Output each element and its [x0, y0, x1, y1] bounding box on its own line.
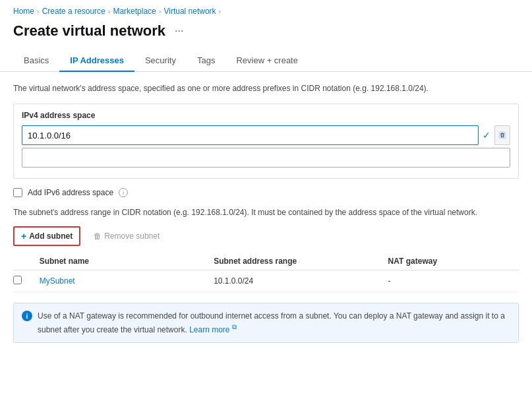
tab-security[interactable]: Security	[134, 50, 187, 72]
add-subnet-button[interactable]: + Add subnet	[13, 226, 80, 246]
breadcrumb-sep-2: ›	[108, 7, 111, 15]
subnet-name-link[interactable]: MySubnet	[40, 276, 75, 286]
learn-more-label: Learn more	[189, 325, 229, 334]
subnet-range-cell: 10.1.0.0/24	[214, 270, 388, 292]
subnet-row-checkbox[interactable]	[13, 276, 22, 284]
subnet-description: The subnet's address range in CIDR notat…	[13, 206, 519, 218]
tab-ip-addresses[interactable]: IP Addresses	[59, 50, 134, 72]
ipv6-checkbox-label[interactable]: Add IPv6 address space	[28, 188, 113, 197]
ipv4-section-label: IPv4 address space	[22, 111, 510, 120]
remove-subnet-button[interactable]: 🗑 Remove subnet	[87, 228, 166, 244]
subnet-actions: + Add subnet 🗑 Remove subnet	[13, 226, 519, 246]
ipv4-block: IPv4 address space ✓	[13, 104, 519, 179]
tab-review-create[interactable]: Review + create	[225, 50, 309, 72]
external-link-icon: ⧉	[232, 323, 237, 330]
tab-tags[interactable]: Tags	[187, 50, 225, 72]
content-area: The virtual network's address space, spe…	[0, 82, 532, 343]
col-header-checkbox	[13, 253, 40, 270]
ipv6-checkbox[interactable]	[13, 188, 22, 197]
info-banner-text-content: Use of a NAT gateway is recommended for …	[38, 311, 505, 334]
info-banner-icon: i	[22, 311, 32, 321]
breadcrumb-virtual-network[interactable]: Virtual network	[163, 7, 216, 16]
info-banner-learn-more-link[interactable]: Learn more ⧉	[189, 325, 237, 334]
subnet-table-header-row: Subnet name Subnet address range NAT gat…	[13, 253, 519, 270]
breadcrumb-sep-1: ›	[37, 7, 40, 15]
subnet-table: Subnet name Subnet address range NAT gat…	[13, 253, 519, 292]
breadcrumb-marketplace[interactable]: Marketplace	[113, 7, 156, 16]
breadcrumb: Home › Create a resource › Marketplace ›…	[0, 0, 532, 20]
ip-description: The virtual network's address space, spe…	[13, 82, 519, 94]
breadcrumb-sep-4: ›	[219, 7, 222, 15]
ipv6-checkbox-row: Add IPv6 address space i	[13, 188, 519, 197]
row-checkbox-cell	[13, 270, 40, 292]
col-header-subnet-name: Subnet name	[40, 253, 214, 270]
breadcrumb-create-resource[interactable]: Create a resource	[42, 7, 105, 16]
ipv6-info-icon[interactable]: i	[119, 188, 128, 197]
ipv4-filled-row: ✓	[22, 125, 510, 145]
ipv4-address-input[interactable]	[22, 125, 479, 145]
page-title: Create virtual network	[13, 22, 165, 40]
input-check-icon: ✓	[483, 130, 490, 140]
page-header: Create virtual network ···	[0, 20, 532, 50]
subnet-nat-cell: -	[388, 270, 519, 292]
add-subnet-plus-icon: +	[21, 231, 26, 241]
ipv4-address-input-2[interactable]	[22, 148, 510, 168]
ipv4-empty-row	[22, 148, 510, 168]
info-banner: i Use of a NAT gateway is recommended fo…	[13, 303, 519, 343]
info-banner-text: Use of a NAT gateway is recommended for …	[38, 310, 510, 336]
breadcrumb-sep-3: ›	[159, 7, 162, 15]
col-header-nat-gateway: NAT gateway	[388, 253, 519, 270]
breadcrumb-home[interactable]: Home	[13, 7, 34, 16]
ellipsis-button[interactable]: ···	[172, 24, 186, 38]
tab-basics[interactable]: Basics	[13, 50, 59, 72]
subnet-name-cell: MySubnet	[40, 270, 214, 292]
remove-subnet-icon: 🗑	[94, 231, 102, 241]
ipv4-delete-button[interactable]	[494, 125, 510, 145]
tabs-bar: Basics IP Addresses Security Tags Review…	[0, 50, 532, 72]
col-header-address-range: Subnet address range	[214, 253, 388, 270]
add-subnet-label: Add subnet	[29, 231, 73, 241]
remove-subnet-label: Remove subnet	[104, 231, 160, 241]
table-row: MySubnet 10.1.0.0/24 -	[13, 270, 519, 292]
